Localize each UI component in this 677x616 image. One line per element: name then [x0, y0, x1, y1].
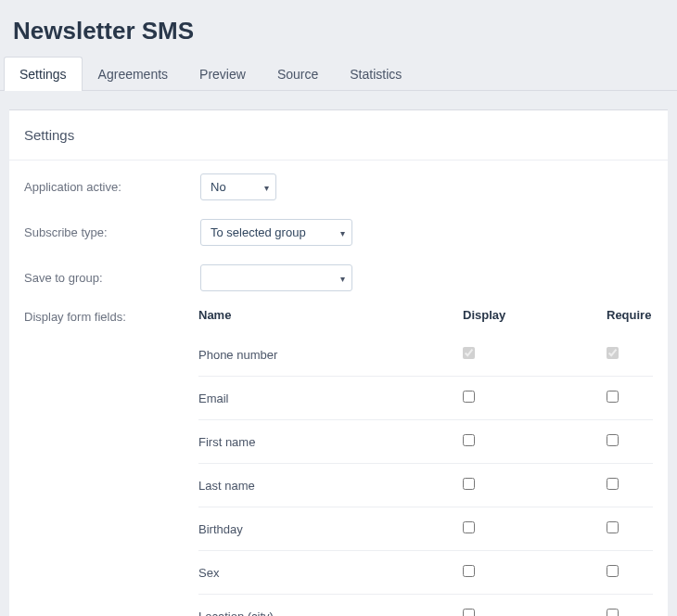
field-row: Birthday: [198, 507, 653, 551]
tab-source[interactable]: Source: [262, 57, 334, 91]
label-subscribe-type: Subscribe type:: [24, 225, 200, 239]
tab-agreements[interactable]: Agreements: [83, 57, 184, 91]
checkbox-require[interactable]: [607, 521, 619, 533]
col-name: Name: [198, 308, 463, 322]
tab-preview[interactable]: Preview: [184, 57, 262, 91]
field-row: Location (city): [198, 595, 653, 616]
field-row: Email: [198, 377, 653, 420]
field-name: Last name: [198, 479, 463, 493]
field-row: Sex: [198, 551, 653, 595]
field-row: Last name: [198, 464, 653, 507]
settings-panel: Settings Application active: No Subscrib…: [9, 109, 668, 616]
col-require: Require: [607, 308, 653, 322]
field-name: Email: [198, 391, 463, 405]
tabs: SettingsAgreementsPreviewSourceStatistic…: [0, 57, 677, 91]
field-row: First name: [198, 420, 653, 464]
tab-statistics[interactable]: Statistics: [334, 57, 417, 91]
checkbox-require[interactable]: [607, 609, 619, 616]
select-application-active[interactable]: No: [200, 173, 276, 200]
checkbox-require[interactable]: [607, 391, 619, 403]
field-row: Phone number: [198, 331, 653, 377]
row-save-to-group: Save to group:: [9, 251, 668, 297]
checkbox-require[interactable]: [607, 478, 619, 490]
checkbox-display[interactable]: [463, 565, 475, 577]
checkbox-display[interactable]: [463, 609, 475, 616]
checkbox-require: [607, 347, 619, 359]
field-name: Sex: [198, 566, 463, 580]
field-name: Location (city): [198, 610, 463, 617]
tab-settings[interactable]: Settings: [4, 57, 83, 91]
label-save-to-group: Save to group:: [24, 271, 200, 285]
checkbox-require[interactable]: [607, 565, 619, 577]
field-name: Birthday: [198, 522, 463, 536]
fields-header: Name Display Require: [198, 308, 653, 331]
checkbox-display[interactable]: [463, 478, 475, 490]
row-subscribe-type: Subscribe type: To selected group: [9, 206, 668, 251]
field-name: First name: [198, 435, 463, 449]
label-application-active: Application active:: [24, 180, 200, 194]
checkbox-display: [463, 347, 475, 359]
page-title: Newsletter SMS: [13, 17, 664, 45]
select-subscribe-type[interactable]: To selected group: [200, 219, 352, 246]
checkbox-display[interactable]: [463, 391, 475, 403]
checkbox-display[interactable]: [463, 521, 475, 533]
label-display-form-fields: Display form fields:: [24, 308, 198, 616]
row-application-active: Application active: No: [9, 160, 668, 206]
panel-title: Settings: [9, 127, 668, 160]
checkbox-display[interactable]: [463, 434, 475, 446]
field-name: Phone number: [198, 348, 463, 362]
checkbox-require[interactable]: [607, 434, 619, 446]
select-save-to-group[interactable]: [200, 264, 352, 291]
col-display: Display: [463, 308, 607, 322]
